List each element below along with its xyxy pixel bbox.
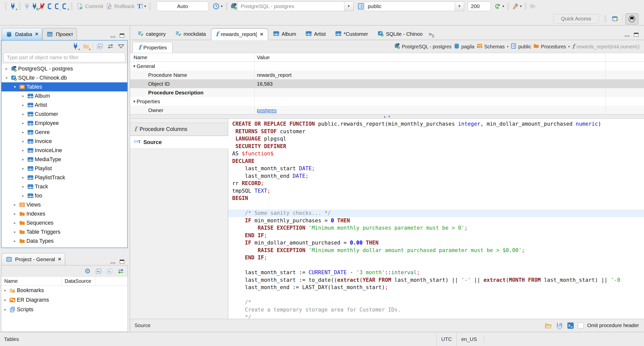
tree-item-sqlite-chinook-db[interactable]: ▾SQLite - Chinook.db: [2, 73, 127, 82]
omit-header-checkbox[interactable]: [578, 323, 584, 328]
chevron-right-icon[interactable]: ▸: [20, 112, 26, 116]
save-file-icon[interactable]: [556, 322, 563, 329]
property-row-procedure-name[interactable]: Procedure Namerewards_report: [130, 71, 644, 79]
chevron-right-icon[interactable]: ▸: [20, 175, 26, 180]
open-file-icon[interactable]: [545, 322, 552, 329]
editor-tab-sqlite-chinoo[interactable]: SQLite - Chinoo: [373, 28, 427, 40]
connection-combo[interactable]: PostgreSQL - postgres: [237, 2, 344, 11]
tree-item-table-triggers[interactable]: ▸Table Triggers: [2, 227, 127, 236]
grid-column-divider[interactable]: [254, 53, 255, 114]
column-header-name[interactable]: Name: [1, 277, 62, 285]
link-with-editor-icon[interactable]: [117, 267, 125, 275]
schema-combo[interactable]: public: [365, 2, 455, 11]
console-icon[interactable]: [567, 322, 574, 329]
disconnect-icon[interactable]: [38, 3, 46, 10]
back-navigation-icon[interactable]: [529, 3, 536, 10]
chevron-right-icon[interactable]: ▸: [20, 166, 26, 171]
chevron-right-icon[interactable]: ▸: [12, 202, 18, 207]
tree-item-invoiceline[interactable]: ▸InvoiceLine: [2, 146, 127, 155]
property-row-procedure-description[interactable]: Procedure Description: [130, 88, 644, 97]
timezone-indicator[interactable]: UTC: [436, 332, 456, 346]
grid-header-value[interactable]: Value: [254, 54, 270, 60]
tree-item-foo[interactable]: ▸foo: [2, 191, 127, 200]
horizontal-splitter[interactable]: ▲ ▼: [130, 115, 644, 119]
open-perspective-icon[interactable]: [612, 15, 619, 23]
chevron-right-icon[interactable]: ▸: [20, 193, 26, 198]
minimize-icon[interactable]: [111, 262, 115, 264]
chevron-right-icon[interactable]: ▸: [20, 184, 26, 189]
chevron-right-icon[interactable]: ▸: [20, 157, 26, 162]
project-item-er-diagrams[interactable]: ▸ER Diagrams: [1, 295, 128, 305]
editor-tab-category[interactable]: category: [133, 28, 170, 40]
schema-dropdown-button[interactable]: ▼: [455, 2, 464, 11]
chevron-right-icon[interactable]: ▸: [20, 94, 26, 98]
chevron-right-icon[interactable]: ▸: [1, 307, 8, 312]
chevron-down-icon[interactable]: ▾: [4, 76, 10, 80]
tree-item-track[interactable]: ▸Track: [2, 182, 127, 191]
close-icon[interactable]: ✕: [260, 32, 263, 37]
locale-indicator[interactable]: en_US: [456, 332, 481, 346]
pen-dropdown-icon[interactable]: ▼: [519, 5, 522, 8]
fetch-size-field[interactable]: 200: [468, 2, 491, 11]
splitter-up-icon[interactable]: ▲: [383, 115, 386, 118]
dbeaver-perspective-button[interactable]: [625, 13, 638, 24]
chevron-right-icon[interactable]: ▸: [1, 298, 8, 302]
minimize-icon[interactable]: [625, 36, 629, 37]
nav-new-connection-icon[interactable]: +: [72, 43, 79, 50]
horizontal-sash[interactable]: [1, 248, 128, 253]
grid-header-name[interactable]: Name: [130, 54, 254, 60]
expand-all-icon[interactable]: [106, 267, 113, 275]
owner-link[interactable]: postgres: [257, 107, 277, 113]
tree-item-customer[interactable]: ▸Customer: [2, 110, 127, 119]
tree-item-playlist[interactable]: ▸Playlist: [2, 164, 127, 173]
tree-item-album[interactable]: ▸Album: [2, 91, 127, 100]
column-header-datasource[interactable]: DataSource: [62, 277, 96, 285]
rollback-button[interactable]: Rollback: [104, 2, 136, 11]
tree-item-data-types[interactable]: ▸Data Types: [2, 236, 127, 246]
minimize-icon[interactable]: [111, 36, 115, 38]
tab-properties[interactable]: f Properties: [133, 42, 173, 53]
tab-overflow-chevron[interactable]: »5: [427, 31, 436, 40]
chevron-down-icon[interactable]: ▾: [568, 45, 570, 48]
property-row-object-id[interactable]: Object ID16,583: [130, 79, 644, 88]
project-item-bookmarks[interactable]: ▸Bookmarks: [1, 286, 128, 295]
editor-tab-album[interactable]: Album: [269, 28, 301, 40]
tree-item-mediatype[interactable]: ▸MediaType: [2, 155, 127, 164]
timeout-dropdown-icon[interactable]: ▼: [220, 5, 223, 8]
project-item-scripts[interactable]: ▸Scripts: [1, 305, 128, 314]
close-icon[interactable]: ✕: [58, 257, 61, 262]
chevron-down-icon[interactable]: ▼: [130, 99, 137, 103]
chevron-right-icon[interactable]: ▸: [12, 212, 18, 216]
collapse-all-icon[interactable]: [96, 43, 104, 50]
commit-mode-combo[interactable]: Auto: [157, 2, 208, 11]
breadcrumb-item-pagila[interactable]: pagila: [454, 43, 474, 50]
chevron-down-icon[interactable]: ▼: [130, 64, 137, 68]
source-code-editor[interactable]: CREATE OR REPLACE FUNCTION public.reward…: [228, 119, 644, 319]
commit-button[interactable]: Commit: [75, 2, 104, 11]
chevron-right-icon[interactable]: ▸: [20, 103, 26, 107]
new-folder-icon[interactable]: +: [82, 43, 90, 50]
tree-item-playlisttrack[interactable]: ▸PlaylistTrack: [2, 173, 127, 182]
chevron-down-icon[interactable]: ▾: [12, 85, 18, 89]
editor-tab-artist[interactable]: Artist: [301, 28, 330, 40]
splitter-down-icon[interactable]: ▼: [388, 115, 391, 118]
sql-editor-icon[interactable]: [46, 3, 53, 10]
maximize-icon[interactable]: [634, 33, 638, 37]
open-sql-script-icon[interactable]: →: [53, 3, 61, 10]
chevron-right-icon[interactable]: ▸: [12, 221, 18, 225]
link-with-editor-icon[interactable]: [107, 43, 114, 50]
tree-item-indexes[interactable]: ▸Indexes: [2, 209, 127, 218]
auto-refresh-icon[interactable]: [494, 3, 501, 10]
property-row-general[interactable]: ▼General: [130, 62, 644, 71]
chevron-right-icon[interactable]: ▸: [12, 230, 18, 234]
chevron-right-icon[interactable]: ▸: [20, 130, 26, 134]
breadcrumb-item-schemas[interactable]: Schemas▾: [477, 43, 508, 50]
breadcrumb-item-public[interactable]: public: [511, 43, 531, 50]
tab-projects[interactable]: Проект: [42, 28, 77, 40]
transaction-timeout-icon[interactable]: [212, 3, 220, 10]
transaction-dropdown-icon[interactable]: ▼: [144, 5, 147, 8]
tree-item-tables[interactable]: ▾Tables: [2, 82, 127, 91]
editor-tab-mockdata[interactable]: mockdata: [171, 28, 211, 40]
chevron-right-icon[interactable]: ▸: [20, 121, 26, 125]
chevron-right-icon[interactable]: ▸: [1, 288, 8, 293]
